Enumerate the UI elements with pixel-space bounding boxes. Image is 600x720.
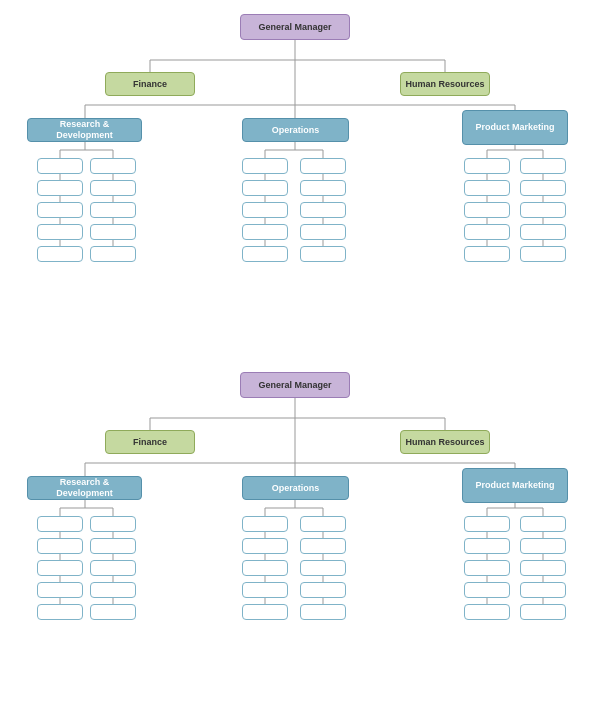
ops2-c2-r3 [300,560,346,576]
ops2-c2-r4 [300,582,346,598]
pm2-c2-r1 [520,516,566,532]
org-chart-2: General Manager Finance Human Resources … [5,368,595,708]
rd-box-1: Research & Development [27,118,142,142]
pm-box-2: Product Marketing [462,468,568,503]
rd2-c1-r2 [37,538,83,554]
page: General Manager Finance Human Resources … [0,0,600,720]
org-chart-1: General Manager Finance Human Resources … [5,10,595,350]
ops-box-2: Operations [242,476,349,500]
ops-c1-r1 [242,158,288,174]
pm-c2-r5 [520,246,566,262]
rd2-c1-r3 [37,560,83,576]
ops2-c2-r2 [300,538,346,554]
ops-c2-r1 [300,158,346,174]
rd-c2-r1 [90,158,136,174]
ops-c2-r3 [300,202,346,218]
hr-box-2: Human Resources [400,430,490,454]
pm-c1-r4 [464,224,510,240]
rd-c2-r3 [90,202,136,218]
pm-c1-r3 [464,202,510,218]
ops-c1-r2 [242,180,288,196]
rd2-c2-r5 [90,604,136,620]
ops-box-1: Operations [242,118,349,142]
pm2-c2-r4 [520,582,566,598]
rd2-c2-r4 [90,582,136,598]
ops-c1-r4 [242,224,288,240]
rd-c1-r5 [37,246,83,262]
ops2-c2-r1 [300,516,346,532]
pm-c1-r2 [464,180,510,196]
ops2-c1-r5 [242,604,288,620]
ops-c2-r2 [300,180,346,196]
rd2-c2-r2 [90,538,136,554]
ops2-c1-r4 [242,582,288,598]
pm-c2-r2 [520,180,566,196]
rd2-c2-r3 [90,560,136,576]
rd-box-2: Research & Development [27,476,142,500]
ops2-c1-r1 [242,516,288,532]
pm2-c1-r3 [464,560,510,576]
pm-box-1: Product Marketing [462,110,568,145]
pm2-c2-r5 [520,604,566,620]
rd-c2-r5 [90,246,136,262]
pm-c1-r1 [464,158,510,174]
pm2-c1-r1 [464,516,510,532]
rd-c2-r4 [90,224,136,240]
pm-c2-r3 [520,202,566,218]
ops2-c1-r3 [242,560,288,576]
pm2-c1-r4 [464,582,510,598]
ops-c1-r5 [242,246,288,262]
rd2-c2-r1 [90,516,136,532]
pm-c2-r1 [520,158,566,174]
rd2-c1-r5 [37,604,83,620]
ops2-c2-r5 [300,604,346,620]
general-manager-box-1: General Manager [240,14,350,40]
rd-c1-r2 [37,180,83,196]
rd-c1-r4 [37,224,83,240]
pm-c2-r4 [520,224,566,240]
pm2-c2-r2 [520,538,566,554]
pm2-c2-r3 [520,560,566,576]
pm2-c1-r2 [464,538,510,554]
hr-box-1: Human Resources [400,72,490,96]
ops2-c1-r2 [242,538,288,554]
general-manager-box-2: General Manager [240,372,350,398]
ops-c1-r3 [242,202,288,218]
ops-c2-r5 [300,246,346,262]
rd2-c1-r1 [37,516,83,532]
finance-box-2: Finance [105,430,195,454]
pm-c1-r5 [464,246,510,262]
rd-c2-r2 [90,180,136,196]
rd2-c1-r4 [37,582,83,598]
ops-c2-r4 [300,224,346,240]
rd-c1-r1 [37,158,83,174]
rd-c1-r3 [37,202,83,218]
pm2-c1-r5 [464,604,510,620]
finance-box-1: Finance [105,72,195,96]
